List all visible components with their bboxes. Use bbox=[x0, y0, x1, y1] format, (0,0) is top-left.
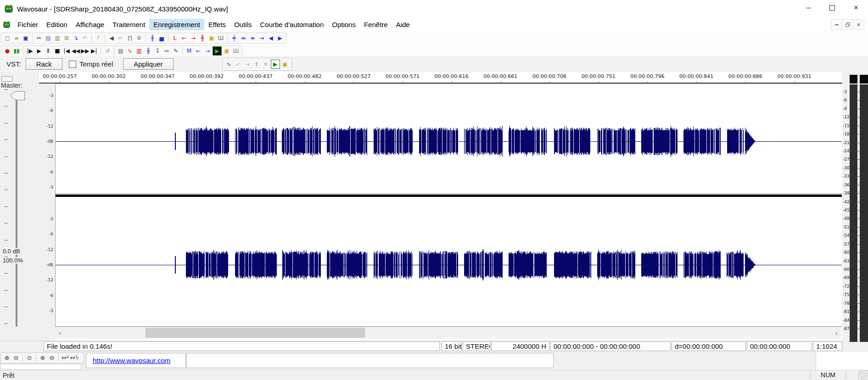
menu-item-edition[interactable]: Edition bbox=[42, 19, 72, 30]
pencil-icon[interactable]: ✎ bbox=[172, 47, 180, 55]
resample-icon[interactable]: ╫ bbox=[144, 47, 152, 55]
selection-left-icon[interactable]: ← bbox=[180, 34, 188, 42]
curve-tool-icon[interactable]: ∿ bbox=[225, 60, 233, 68]
marker-add-icon[interactable]: M bbox=[185, 47, 193, 55]
menu-item-effets[interactable]: Effets bbox=[204, 19, 230, 30]
db-scale-label: -6 bbox=[39, 108, 53, 113]
realtime-checkbox[interactable] bbox=[69, 61, 76, 68]
save-file-icon[interactable]: ▣ bbox=[22, 34, 30, 42]
main-toolbar-strip: ▢▰▣✂▤▥⊞↴↶?◀⌐∏⚙╫▅L←→╫▣Ш╪⇹⇻⇥◀▶ bbox=[1, 33, 286, 44]
help-icon[interactable]: ? bbox=[94, 34, 102, 42]
menu-item-courbe-d-automation[interactable]: Courbe d'automation bbox=[256, 19, 328, 30]
copy-to-new-icon[interactable]: ▤ bbox=[117, 47, 125, 55]
cut-icon[interactable]: ✂ bbox=[35, 34, 43, 42]
menu-item-affichage[interactable]: Affichage bbox=[72, 19, 108, 30]
speaker-icon[interactable]: ◀ bbox=[107, 34, 116, 42]
marker-next-icon[interactable]: → bbox=[203, 47, 212, 55]
vu-meter-icon[interactable]: ▮▮ bbox=[12, 47, 21, 55]
zoom-out-icon[interactable]: ⊖ bbox=[12, 354, 20, 362]
menu-item-aide[interactable]: Aide bbox=[392, 19, 414, 30]
menu-item-traitement[interactable]: Traitement bbox=[108, 19, 149, 30]
open-file-icon[interactable]: ▰ bbox=[12, 34, 21, 42]
trim-icon[interactable]: ↴ bbox=[72, 34, 80, 42]
statistics-icon[interactable]: ∿ bbox=[126, 47, 134, 55]
zoom-half-icon[interactable]: ↔½ bbox=[70, 354, 78, 362]
scale-points-icon[interactable]: ↕ bbox=[252, 60, 261, 68]
waveform-filled-icon[interactable]: ▅ bbox=[157, 34, 166, 42]
zoom-vertical-icon[interactable]: ╪ bbox=[230, 34, 238, 42]
delete-points-icon[interactable]: × bbox=[262, 60, 270, 68]
record-icon[interactable]: ● bbox=[3, 47, 11, 55]
pause-icon[interactable]: Ⅱ bbox=[44, 47, 52, 55]
zoom-100-icon[interactable]: ⇥ bbox=[258, 34, 266, 42]
go-start-icon[interactable]: |◀ bbox=[62, 47, 71, 55]
play-icon[interactable]: ▶ bbox=[35, 47, 43, 55]
horizontal-scrollbar[interactable]: ‹ › bbox=[55, 327, 841, 339]
selection-wave-icon[interactable]: ╫ bbox=[198, 34, 207, 42]
waveform-view-icon[interactable]: ╫ bbox=[148, 34, 157, 42]
resize-grip[interactable] bbox=[858, 370, 868, 380]
maximize-button[interactable] bbox=[820, 0, 844, 16]
apply-curve-icon[interactable]: ✓ bbox=[234, 60, 242, 68]
master-fader-track[interactable] bbox=[16, 99, 17, 327]
lock2-icon[interactable]: ▣ bbox=[223, 47, 231, 55]
scroll-left-arrow[interactable]: ‹ bbox=[55, 327, 65, 339]
play-automation-icon[interactable]: ▶ bbox=[271, 60, 280, 69]
scroll-right-arrow[interactable]: › bbox=[831, 327, 841, 339]
menu-item-enregistrement[interactable]: Enregistrement bbox=[149, 19, 204, 30]
close-button[interactable]: × bbox=[844, 0, 868, 16]
menu-item-options[interactable]: Options bbox=[328, 19, 360, 30]
lock-automation-icon[interactable]: ▣ bbox=[281, 60, 289, 68]
stop-icon[interactable]: ■ bbox=[53, 47, 62, 55]
waveform-canvas[interactable] bbox=[55, 84, 842, 327]
marker-prev-icon[interactable]: ← bbox=[194, 47, 202, 55]
selection-play-icon[interactable]: ▶ bbox=[213, 46, 222, 56]
zoom-out-wave-icon[interactable]: ⇹ bbox=[239, 34, 247, 42]
lock-icon[interactable]: ▣ bbox=[207, 34, 216, 42]
node-chain-icon[interactable]: ∏ bbox=[126, 34, 134, 42]
zoom-in-wave-icon[interactable]: ⇻ bbox=[248, 34, 257, 42]
paste-icon[interactable]: ▥ bbox=[53, 34, 62, 42]
time-ruler[interactable]: 00:00:00:25700:00:00:30200:00:00:34700:0… bbox=[0, 72, 868, 84]
forward-icon[interactable]: ▶▶ bbox=[81, 47, 89, 55]
trash-icon[interactable]: Ш bbox=[217, 34, 225, 42]
rewind-icon[interactable]: ◀◀ bbox=[72, 47, 80, 55]
zoom-in-icon[interactable]: ⊕ bbox=[3, 354, 11, 362]
node-connect-icon[interactable]: ⌐ bbox=[117, 34, 125, 42]
new-file-icon[interactable]: ▢ bbox=[3, 34, 11, 42]
minimize-button[interactable] bbox=[796, 0, 820, 16]
menu-item-outils[interactable]: Outils bbox=[230, 19, 256, 30]
go-end-icon[interactable]: ▶| bbox=[90, 47, 98, 55]
vst-apply-button[interactable]: Appliquer bbox=[123, 58, 173, 70]
mdi-restore-button[interactable] bbox=[842, 19, 853, 30]
move-points-icon[interactable]: ⇢ bbox=[243, 60, 252, 68]
marker-list-icon[interactable]: ≔ bbox=[162, 47, 171, 55]
zoom-x2-icon[interactable]: ↔² bbox=[61, 354, 69, 362]
menu-item-fen-tre[interactable]: Fenêtre bbox=[360, 19, 392, 30]
zoom-toolbar: ⊕⊖⊙⊕⊖↔²↔½ bbox=[0, 352, 84, 363]
zoom-in-fine-icon[interactable]: ⊕ bbox=[39, 354, 47, 362]
loop-point-icon[interactable]: L bbox=[171, 34, 179, 42]
next-view-icon[interactable]: ▶ bbox=[276, 34, 284, 42]
wrench-icon[interactable]: ⚙ bbox=[135, 34, 143, 42]
prev-view-icon[interactable]: ◀ bbox=[267, 34, 275, 42]
mdi-minimize-button[interactable] bbox=[831, 19, 842, 30]
vst-rack-button[interactable]: Rack bbox=[26, 58, 62, 70]
wavosaur-link[interactable]: http://www.wavosaur.com bbox=[93, 357, 170, 364]
batch-icon[interactable]: ▥ bbox=[135, 47, 143, 55]
mdi-close-button[interactable]: × bbox=[853, 19, 864, 30]
play-cursor-icon[interactable]: |▶ bbox=[26, 47, 34, 55]
zoom-out-fine-icon[interactable]: ⊖ bbox=[48, 354, 56, 362]
menu-item-fichier[interactable]: Fichier bbox=[13, 19, 42, 30]
loop-icon[interactable]: ↺ bbox=[103, 47, 112, 55]
zoom-selection-icon[interactable]: ⊙ bbox=[25, 354, 34, 362]
normalize-icon[interactable]: ↧ bbox=[153, 47, 162, 55]
paste-special-icon[interactable]: ⊞ bbox=[62, 34, 71, 42]
scrollbar-thumb[interactable] bbox=[146, 328, 365, 338]
trash2-icon[interactable]: Ш bbox=[232, 47, 240, 55]
copy-icon[interactable]: ▤ bbox=[44, 34, 52, 42]
master-fader-handle[interactable] bbox=[9, 90, 26, 101]
meter-tick bbox=[858, 134, 859, 134]
undo-icon[interactable]: ↶ bbox=[81, 34, 89, 42]
selection-right-icon[interactable]: → bbox=[189, 34, 197, 42]
